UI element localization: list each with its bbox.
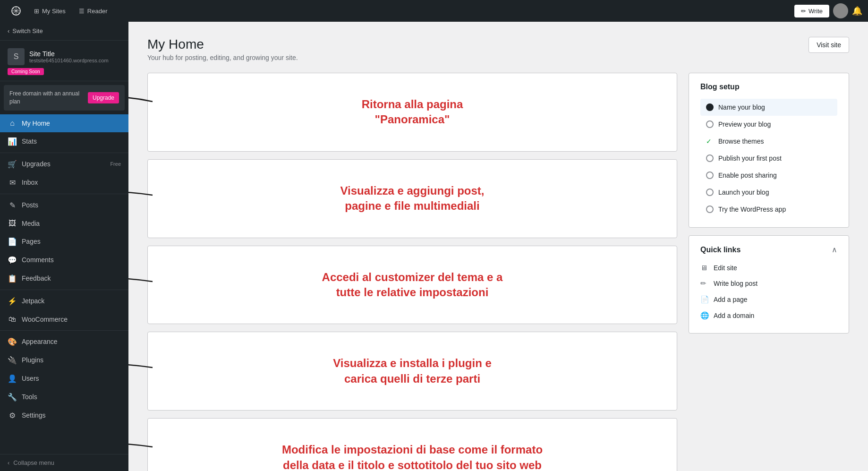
notifications-bell-icon[interactable]: 🔔 (852, 6, 862, 16)
quick-link-add-domain[interactable]: 🌐 Add a domain (700, 308, 837, 324)
sidebar-item-comments[interactable]: 💬 Comments (0, 251, 128, 269)
annotation-text-3: Accedi al customizer del tema e atutte l… (322, 270, 503, 300)
setup-item-browse-themes[interactable]: ✓ Browse themes (700, 133, 837, 150)
sidebar-item-my-home[interactable]: ⌂ My Home (0, 114, 128, 132)
sidebar-item-label: My Home (22, 120, 50, 127)
quick-link-add-page[interactable]: 📄 Add a page (700, 291, 837, 308)
reader-label: Reader (87, 8, 108, 15)
arrow-3 (128, 265, 157, 298)
reader-button[interactable]: ☰ Reader (73, 0, 113, 22)
edit-icon: ✏ (700, 279, 709, 288)
card-posts-media: Visualizza e aggiungi post,pagine e file… (147, 159, 677, 238)
my-sites-label: My Sites (42, 8, 66, 15)
setup-item-wp-app[interactable]: Try the WordPress app (700, 201, 837, 218)
topbar-left: ⊞ My Sites ☰ Reader (6, 0, 113, 22)
sidebar-item-tools[interactable]: 🔧 Tools (0, 388, 128, 406)
site-url: testsite645101460.wordpress.com (29, 58, 109, 63)
item-dot-active (706, 103, 714, 111)
annotation-posts: Visualizza e aggiungi post,pagine e file… (331, 169, 494, 228)
site-info: S Site Title testsite645101460.wordpress… (8, 48, 121, 65)
plugins-icon: 🔌 (8, 356, 17, 365)
item-dot-empty-5 (706, 206, 714, 213)
chevron-left-icon: ‹ (8, 27, 9, 34)
switch-site-button[interactable]: ‹ Switch Site (0, 22, 128, 41)
stats-icon: 📊 (8, 137, 17, 146)
globe-icon: 🌐 (700, 311, 709, 320)
my-sites-button[interactable]: ⊞ My Sites (28, 0, 71, 22)
page-header: My Home Your hub for posting, editing, a… (147, 37, 849, 61)
sidebar-footer: ‹ Collapse menu (0, 454, 128, 471)
quick-link-write-post[interactable]: ✏ Write blog post (700, 275, 837, 291)
quick-link-edit-site[interactable]: 🖥 Edit site (700, 260, 837, 275)
sidebar-item-posts[interactable]: ✎ Posts (0, 196, 128, 214)
setup-item-preview-blog[interactable]: Preview your blog (700, 116, 837, 133)
woocommerce-icon: 🛍 (8, 315, 17, 324)
page-icon: 📄 (700, 295, 709, 304)
collapse-label: Collapse menu (13, 459, 54, 466)
card-plugins: Visualizza e installa i plugin ecarica q… (147, 332, 677, 411)
quick-links-panel: Quick links ∧ 🖥 Edit site ✏ Write blog p… (689, 235, 849, 334)
right-panel: Blog setup Name your blog Preview your b… (689, 73, 849, 334)
sidebar-item-media[interactable]: 🖼 Media (0, 214, 128, 232)
sidebar: ‹ Switch Site S Site Title testsite64510… (0, 22, 128, 471)
setup-item-enable-sharing[interactable]: Enable post sharing (700, 167, 837, 184)
chevron-up-icon: ∧ (832, 245, 837, 254)
arrow-5 (128, 433, 157, 461)
annotation-text-1: Ritorna alla pagina"Panoramica" (362, 97, 463, 128)
card-panoramica: Ritorna alla pagina"Panoramica" (147, 73, 677, 152)
setup-item-label: Name your blog (718, 103, 765, 111)
card-theme-customizer: Accedi al customizer del tema e atutte l… (147, 246, 677, 325)
upgrade-button[interactable]: Upgrade (88, 92, 119, 103)
sidebar-item-label: Users (22, 375, 39, 382)
write-button[interactable]: ✏ Write (794, 5, 829, 17)
sidebar-item-inbox[interactable]: ✉ Inbox (0, 173, 128, 192)
collapse-menu-button[interactable]: ‹ Collapse menu (8, 459, 121, 466)
setup-item-name-blog[interactable]: Name your blog (700, 99, 837, 116)
main-content: My Home Your hub for posting, editing, a… (128, 22, 868, 471)
sidebar-nav: ⌂ My Home 📊 Stats 🛒 Upgrades Free ✉ Inbo… (0, 114, 128, 425)
sidebar-site-header: S Site Title testsite645101460.wordpress… (0, 41, 128, 81)
jetpack-icon: ⚡ (8, 297, 17, 306)
annotation-text-5: Modifica le impostazioni di base come il… (282, 442, 543, 471)
sidebar-item-feedback[interactable]: 📋 Feedback (0, 269, 128, 288)
item-dot-empty-3 (706, 171, 714, 179)
monitor-icon: 🖥 (700, 264, 709, 272)
quick-links-title: Quick links (700, 246, 740, 254)
setup-item-label: Browse themes (718, 137, 764, 145)
nav-divider-2 (0, 194, 128, 194)
site-name: Site Title (29, 50, 109, 58)
visit-site-button[interactable]: Visit site (808, 37, 849, 53)
wp-logo-button[interactable] (6, 0, 26, 22)
appearance-icon: 🎨 (8, 337, 17, 346)
sidebar-item-plugins[interactable]: 🔌 Plugins (0, 351, 128, 369)
content-grid: Ritorna alla pagina"Panoramica" Visualiz… (147, 73, 849, 471)
sidebar-item-label: Feedback (22, 274, 51, 282)
annotation-plugins: Visualizza e installa i plugin ecarica q… (323, 342, 501, 401)
sidebar-item-woocommerce[interactable]: 🛍 WooCommerce (0, 310, 128, 328)
nav-divider-3 (0, 290, 128, 290)
sidebar-item-upgrades[interactable]: 🛒 Upgrades Free (0, 155, 128, 173)
sidebar-item-label: Comments (22, 256, 54, 264)
setup-item-launch-blog[interactable]: Launch your blog (700, 184, 837, 201)
sidebar-item-appearance[interactable]: 🎨 Appearance (0, 333, 128, 351)
comments-icon: 💬 (8, 256, 17, 265)
setup-item-publish-post[interactable]: Publish your first post (700, 150, 837, 167)
user-avatar[interactable] (833, 3, 848, 18)
home-icon: ⌂ (8, 119, 17, 128)
sidebar-item-stats[interactable]: 📊 Stats (0, 132, 128, 151)
sidebar-item-label: Appearance (22, 338, 58, 345)
quick-link-label: Add a domain (714, 312, 754, 319)
page-title: My Home (147, 37, 298, 52)
sidebar-item-settings[interactable]: ⚙ Settings (0, 406, 128, 425)
setup-item-label: Launch your blog (718, 188, 769, 196)
sidebar-item-users[interactable]: 👤 Users (0, 369, 128, 388)
item-dot-empty (706, 120, 714, 128)
annotation-panoramica: Ritorna alla pagina"Panoramica" (352, 83, 473, 142)
sidebar-item-label: Tools (22, 393, 37, 401)
sidebar-item-jetpack[interactable]: ⚡ Jetpack (0, 292, 128, 310)
quick-link-label: Add a page (714, 296, 748, 303)
site-icon: S (8, 48, 25, 65)
sidebar-item-pages[interactable]: 📄 Pages (0, 232, 128, 251)
page-subtitle: Your hub for posting, editing, and growi… (147, 54, 298, 61)
sidebar-item-label: Media (22, 220, 40, 227)
